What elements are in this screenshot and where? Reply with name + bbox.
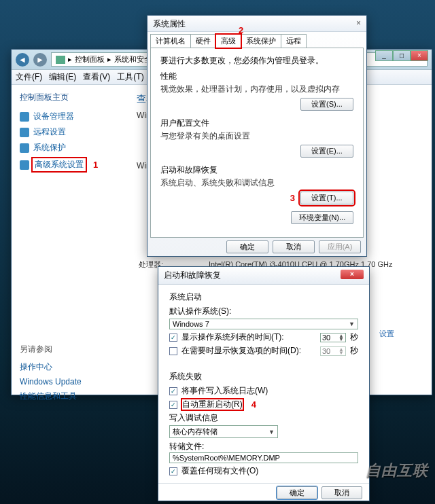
- chevron-down-icon: ▼: [268, 429, 275, 435]
- sp-apply-button[interactable]: 应用(A): [319, 240, 361, 253]
- bg-maximize-icon[interactable]: □: [393, 50, 411, 61]
- close-icon[interactable]: ×: [341, 270, 364, 279]
- perf-settings-button[interactable]: 设置(S)...: [300, 98, 353, 111]
- see-also-windows-update[interactable]: Windows Update: [20, 375, 119, 389]
- event-log-checkbox[interactable]: ✓: [169, 387, 177, 395]
- profile-settings-button[interactable]: 设置(E)...: [300, 145, 353, 158]
- menu-view[interactable]: 查看(V): [83, 71, 110, 83]
- env-vars-button[interactable]: 环境变量(N)...: [291, 211, 353, 224]
- breadcrumb-sub[interactable]: 系统和安全: [114, 54, 152, 65]
- dump-heading: 写入调试信息: [169, 412, 358, 424]
- show-list-checkbox[interactable]: ✓: [169, 334, 177, 342]
- bg-close-icon[interactable]: ×: [411, 50, 428, 61]
- auto-restart-label: 自动重新启动(R): [181, 399, 243, 410]
- default-os-value: Windows 7: [173, 320, 209, 328]
- show-list-label: 显示操作系统列表的时间(T):: [181, 331, 316, 343]
- sidebar-title[interactable]: 控制面板主页: [20, 92, 119, 103]
- default-os-label: 默认操作系统(S):: [169, 306, 358, 317]
- sidebar-item-label: 远程设置: [33, 126, 66, 138]
- monitor-icon: [56, 56, 65, 64]
- sidebar-item-label: 高级系统设置: [31, 157, 87, 173]
- sd-cancel-button[interactable]: 取消: [321, 486, 362, 499]
- shield-icon: [20, 160, 29, 170]
- annotation-1: 1: [93, 160, 98, 170]
- show-list-value: 30: [322, 334, 330, 342]
- show-recover-checkbox[interactable]: [169, 347, 177, 355]
- sd-ok-button[interactable]: 确定: [277, 486, 317, 499]
- dump-file-value: %SystemRoot%\MEMORY.DMP: [173, 454, 280, 462]
- bg-settings-link[interactable]: 设置: [379, 329, 394, 339]
- sp-cancel-button[interactable]: 取消: [273, 240, 315, 253]
- menu-edit[interactable]: 编辑(E): [49, 71, 76, 83]
- bg-minimize-icon[interactable]: _: [375, 50, 393, 61]
- bg-window-controls: _ □ ×: [375, 50, 428, 61]
- startup-recovery-dialog: 启动和故障恢复 × 系统启动 默认操作系统(S): Windows 7▼ ✓ 显…: [158, 266, 370, 501]
- dump-file-input[interactable]: %SystemRoot%\MEMORY.DMP: [169, 452, 358, 463]
- sp-advanced-pane: 要进行大多数更改，您必须作为管理员登录。 性能 视觉效果，处理器计划，内存使用，…: [150, 48, 364, 238]
- see-also-perf-info[interactable]: 性能信息和工具: [20, 389, 119, 404]
- sp-ok-button[interactable]: 确定: [226, 240, 268, 253]
- sp-tabs: 计算机名 硬件 高级 2 系统保护 远程: [147, 33, 366, 48]
- admin-note: 要进行大多数更改，您必须作为管理员登录。: [160, 55, 353, 67]
- menu-file[interactable]: 文件(F): [16, 71, 42, 83]
- nav-forward-icon[interactable]: ►: [33, 53, 47, 67]
- sidebar-item-advanced[interactable]: 高级系统设置1: [20, 156, 119, 174]
- shield-icon: [20, 128, 29, 137]
- watermark: 自由互联: [366, 461, 428, 481]
- seconds-label: 秒: [350, 331, 358, 343]
- tab-hardware[interactable]: 硬件: [190, 34, 216, 48]
- chevron-down-icon: ▼: [349, 321, 355, 327]
- sidebar-item-remote[interactable]: 远程设置: [20, 124, 119, 140]
- show-recover-label: 在需要时显示恢复选项的时间(D):: [181, 345, 316, 357]
- annotation-3: 3: [290, 193, 295, 203]
- tab-advanced[interactable]: 高级: [215, 34, 241, 48]
- profile-desc: 与您登录有关的桌面设置: [160, 130, 353, 142]
- sidebar-item-protection[interactable]: 系统保护: [20, 140, 119, 156]
- breadcrumb-sep: ▸: [68, 55, 72, 64]
- tab-remote[interactable]: 远程: [281, 34, 307, 48]
- see-also-action-center[interactable]: 操作中心: [20, 359, 119, 375]
- shield-icon: [20, 143, 29, 153]
- startup-desc: 系统启动、系统失败和调试信息: [160, 177, 353, 189]
- sidebar-item-label: 设备管理器: [33, 111, 74, 122]
- perf-desc: 视觉效果，处理器计划，内存使用，以及虚拟内存: [160, 84, 353, 95]
- annotation-4: 4: [251, 399, 256, 410]
- system-properties-dialog: 系统属性 × 计算机名 硬件 高级 2 系统保护 远程 要进行大多数更改，您必须…: [147, 15, 367, 257]
- dump-type-value: 核心内存转储: [173, 427, 218, 437]
- sp-title-text: 系统属性: [153, 18, 186, 30]
- show-recover-spin[interactable]: 30▲▼: [320, 346, 346, 356]
- system-startup-heading: 系统启动: [169, 291, 358, 303]
- sd-title-text: 启动和故障恢复: [164, 270, 221, 281]
- seconds-label: 秒: [350, 345, 358, 357]
- event-log-label: 将事件写入系统日志(W): [181, 385, 268, 397]
- perf-heading: 性能: [160, 71, 353, 82]
- startup-settings-button[interactable]: 设置(T)...: [300, 192, 353, 204]
- spinner-icon: ▲▼: [338, 348, 344, 355]
- nav-back-icon[interactable]: ◄: [16, 53, 29, 67]
- system-failure-heading: 系统失败: [169, 371, 358, 382]
- overwrite-label: 覆盖任何现有文件(O): [181, 465, 258, 477]
- breadcrumb-sep: ▸: [107, 55, 111, 64]
- cp-sidebar: 控制面板主页 设备管理器 远程设置 系统保护 高级系统设置1 另请参阅 操作中心…: [12, 85, 127, 411]
- see-also-heading: 另请参阅: [20, 344, 119, 355]
- show-recover-value: 30: [322, 347, 330, 355]
- sidebar-item-device-manager[interactable]: 设备管理器: [20, 109, 119, 124]
- overwrite-checkbox[interactable]: ✓: [169, 467, 177, 475]
- shield-icon: [20, 112, 29, 122]
- breadcrumb-root[interactable]: 控制面板: [75, 54, 105, 65]
- spinner-icon: ▲▼: [338, 334, 344, 341]
- startup-heading: 启动和故障恢复: [160, 164, 353, 176]
- profile-heading: 用户配置文件: [160, 118, 353, 129]
- menu-tools[interactable]: 工具(T): [117, 71, 143, 83]
- auto-restart-checkbox[interactable]: ✓: [169, 401, 177, 409]
- default-os-select[interactable]: Windows 7▼: [169, 319, 358, 329]
- tab-system-protection[interactable]: 系统保护: [241, 34, 281, 48]
- sidebar-item-label: 系统保护: [33, 142, 66, 154]
- show-list-spin[interactable]: 30▲▼: [320, 333, 346, 342]
- dump-file-label: 转储文件:: [169, 441, 358, 452]
- tab-computer-name[interactable]: 计算机名: [150, 34, 191, 48]
- dump-type-select[interactable]: 核心内存转储▼: [169, 425, 278, 438]
